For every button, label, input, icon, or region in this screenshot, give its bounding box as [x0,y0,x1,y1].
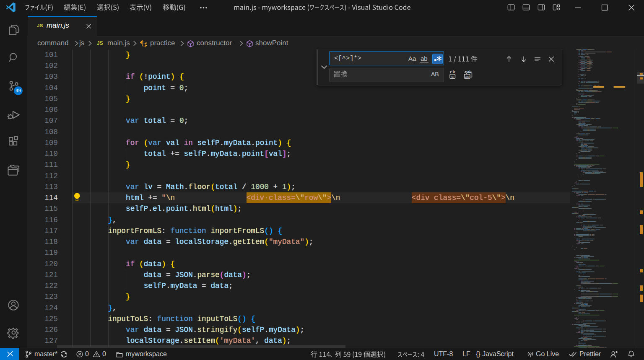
svg-text:c: c [452,74,454,79]
svg-text:ac: ac [465,75,470,79]
svg-text:b: b [453,70,455,74]
